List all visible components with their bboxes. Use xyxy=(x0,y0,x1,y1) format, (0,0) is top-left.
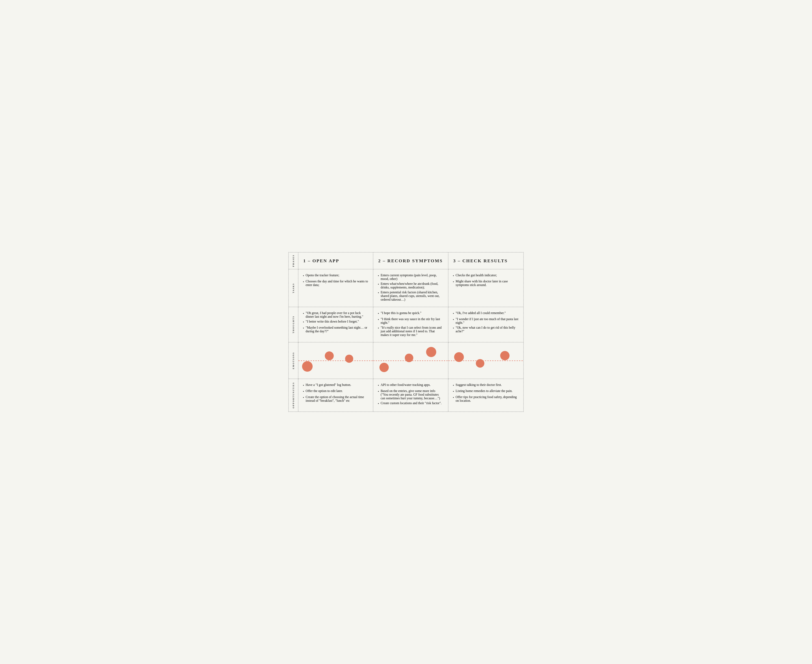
thoughts-col3-item1: "Ok, I've added all I could remember." xyxy=(453,311,519,316)
emotions-col1 xyxy=(298,342,373,379)
opp-col1-item2-text: Offer the option to edit later. xyxy=(306,389,343,394)
opp-col3-item3: Offer tips for practicing food safety, d… xyxy=(453,395,519,402)
tasks-col1: Opens the tracker feature; Chooses the d… xyxy=(298,269,373,307)
emotion-dot-1-1 xyxy=(302,361,312,372)
opp-col3-item1-text: Suggest talking to their doctor first. xyxy=(456,383,502,388)
thoughts-col3-item2: "I wonder if I just ate too much of that… xyxy=(453,317,519,325)
thoughts-col2-item3-text: "It's really nice that I can select from… xyxy=(381,326,444,337)
thoughts-col1: "Oh great, I had people over for a pot l… xyxy=(298,307,373,342)
thoughts-col1-item2-text: "I better write this down before I forge… xyxy=(306,320,359,325)
tasks-col3: Checks the gut health indicator; Might s… xyxy=(448,269,523,307)
thoughts-col1-item1-text: "Oh great, I had people over for a pot l… xyxy=(306,311,369,319)
tasks-col1-item2: Chooses the day and time for which he wa… xyxy=(303,280,368,287)
tasks-col3-item1: Checks the gut health indicator; xyxy=(453,273,519,278)
thoughts-col1-item2: "I better write this down before I forge… xyxy=(303,320,368,325)
emotion-dot-3-2 xyxy=(476,359,484,368)
emotion-dot-1-2 xyxy=(325,352,334,360)
thoughts-col3-item1-text: "Ok, I've added all I could remember." xyxy=(456,311,506,316)
emotion-dot-3-1 xyxy=(454,352,464,362)
opp-col2-item1-text: API to other food/water tracking apps. xyxy=(381,383,431,388)
opp-col2-item3-text: Create custom locations and their "risk … xyxy=(381,401,442,406)
opportunities-col1: Have a "I got glutened" log button. Offe… xyxy=(298,379,373,412)
thoughts-label-cell: THOUGHTS xyxy=(289,307,298,342)
phase3-title: 3 – CHECK RESULTS xyxy=(453,258,519,264)
opportunities-col2: API to other food/water tracking apps. B… xyxy=(373,379,448,412)
tasks-col1-item1-text: Opens the tracker feature; xyxy=(306,273,339,278)
tasks-col2-item1-text: Enters current symptoms (pain level, poo… xyxy=(381,273,444,281)
tasks-col3-item1-text: Checks the gut health indicator; xyxy=(456,273,497,278)
opp-col1-item3-text: Create the option of choosing the actual… xyxy=(306,395,369,402)
emotion-dot-2-1 xyxy=(379,363,389,372)
thoughts-col3-item3-text: "Ok, now what can I do to get rid of thi… xyxy=(456,326,519,333)
emotions-label-cell: EMOTIONS xyxy=(289,342,298,379)
corner-phases: PHASES xyxy=(289,252,298,269)
opp-col2-item1: API to other food/water tracking apps. xyxy=(378,383,443,388)
opp-col3-item2: Listing home remedies to alleviate the p… xyxy=(453,389,519,394)
thoughts-col3-item3: "Ok, now what can I do to get rid of thi… xyxy=(453,326,519,333)
thoughts-col1-item3-text: "Maybe I overlooked something last night… xyxy=(306,326,369,333)
opp-col1-item2: Offer the option to edit later. xyxy=(303,389,368,394)
opportunities-col3: Suggest talking to their doctor first. L… xyxy=(448,379,523,412)
thoughts-col3-item2-text: "I wonder if I just ate too much of that… xyxy=(456,317,519,325)
phase-col1-header: 1 – OPEN APP xyxy=(298,252,373,269)
opp-col3-item3-text: Offer tips for practicing food safety, d… xyxy=(456,395,519,402)
tasks-col2-item3: Enters potential risk factors (shared ki… xyxy=(378,290,443,301)
tasks-col2-item2: Enters what/when/where he ate/drank (foo… xyxy=(378,282,443,289)
emotion-dot-2-3 xyxy=(426,347,436,357)
tasks-col2-item3-text: Enters potential risk factors (shared ki… xyxy=(381,290,444,301)
phases-label: PHASES xyxy=(292,255,295,267)
tasks-col1-item1: Opens the tracker feature; xyxy=(303,273,368,278)
opp-col2-item2: Based on the entries, give some more inf… xyxy=(378,389,443,400)
thoughts-col1-item1: "Oh great, I had people over for a pot l… xyxy=(303,311,368,319)
opp-col1-item3: Create the option of choosing the actual… xyxy=(303,395,368,402)
thoughts-col2-item2-text: "I think there was soy sauce in the stir… xyxy=(381,317,444,325)
tasks-label-cell: TASKS xyxy=(289,269,298,307)
opportunities-label-cell: OPPORTUNITIES xyxy=(289,379,298,412)
opp-col3-item2-text: Listing home remedies to alleviate the p… xyxy=(456,389,513,394)
opp-col2-item3: Create custom locations and their "risk … xyxy=(378,401,443,406)
opp-col3-item1: Suggest talking to their doctor first. xyxy=(453,383,519,388)
emotion-dot-1-3 xyxy=(345,355,353,363)
phase1-title: 1 – OPEN APP xyxy=(303,258,368,264)
thoughts-col2-item1-text: "I hope this is gonna be quick." xyxy=(381,311,421,316)
thoughts-col2-item1: "I hope this is gonna be quick." xyxy=(378,311,443,316)
tasks-col2-item2-text: Enters what/when/where he ate/drank (foo… xyxy=(381,282,444,289)
tasks-label: TASKS xyxy=(292,283,295,293)
tasks-col1-item2-text: Chooses the day and time for which he wa… xyxy=(306,280,369,287)
tasks-col3-item2-text: Might share with his doctor later in cas… xyxy=(456,280,519,287)
thoughts-label: THOUGHTS xyxy=(292,316,295,333)
phase2-title: 2 – RECORD SYMPTOMS xyxy=(378,258,443,264)
thoughts-col1-item3: "Maybe I overlooked something last night… xyxy=(303,326,368,333)
tasks-col2-item1: Enters current symptoms (pain level, poo… xyxy=(378,273,443,281)
emotion-dot-2-2 xyxy=(405,354,413,362)
emotions-col2 xyxy=(373,342,448,379)
journey-map: PHASES 1 – OPEN APP 2 – RECORD SYMPTOMS … xyxy=(288,252,524,412)
emotion-line-1 xyxy=(298,361,373,361)
tasks-col2: Enters current symptoms (pain level, poo… xyxy=(373,269,448,307)
phase-col2-header: 2 – RECORD SYMPTOMS xyxy=(373,252,448,269)
thoughts-col2: "I hope this is gonna be quick." "I thin… xyxy=(373,307,448,342)
thoughts-col2-item2: "I think there was soy sauce in the stir… xyxy=(378,317,443,325)
emotions-label: EMOTIONS xyxy=(292,352,295,369)
emotions-col3 xyxy=(448,342,523,379)
tasks-col3-item2: Might share with his doctor later in cas… xyxy=(453,280,519,287)
emotion-dot-3-3 xyxy=(500,351,509,360)
thoughts-col2-item3: "It's really nice that I can select from… xyxy=(378,326,443,337)
opp-col1-item1-text: Have a "I got glutened" log button. xyxy=(306,383,351,388)
opp-col1-item1: Have a "I got glutened" log button. xyxy=(303,383,368,388)
opp-col2-item2-text: Based on the entries, give some more inf… xyxy=(381,389,444,400)
opportunities-label: OPPORTUNITIES xyxy=(292,382,295,408)
thoughts-col3: "Ok, I've added all I could remember." "… xyxy=(448,307,523,342)
phase-col3-header: 3 – CHECK RESULTS xyxy=(448,252,523,269)
